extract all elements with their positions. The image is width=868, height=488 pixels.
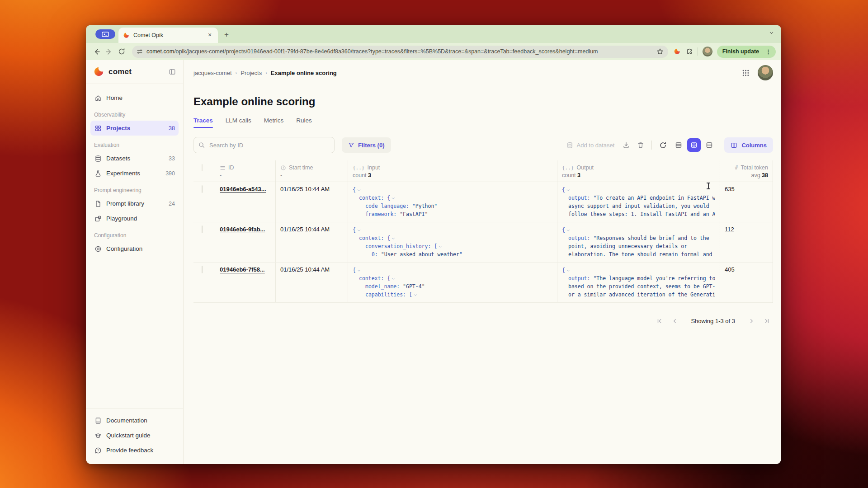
row-height-medium-button[interactable] (687, 138, 701, 152)
tab-metrics[interactable]: Metrics (264, 117, 284, 128)
json-collapse-chevron-icon[interactable] (439, 245, 442, 249)
output-json-cell[interactable]: {output: "Responses should be brief and … (557, 222, 720, 262)
trace-id-link[interactable]: 01946eb6-a543... (220, 186, 266, 192)
json-collapse-chevron-icon[interactable] (566, 269, 570, 272)
json-collapse-chevron-icon[interactable] (357, 229, 361, 232)
breadcrumb-projects[interactable]: Projects (241, 70, 262, 76)
sidebar-item-projects[interactable]: Projects38 (90, 121, 179, 136)
sidebar-item-count: 38 (169, 125, 175, 131)
json-collapse-chevron-icon[interactable] (566, 229, 570, 232)
breadcrumb-workspace[interactable]: jacques-comet (193, 70, 232, 76)
export-download-icon[interactable] (619, 138, 633, 152)
row-checkbox[interactable] (202, 266, 203, 273)
forward-icon[interactable] (104, 47, 114, 56)
sidebar-item-prompt-library[interactable]: Prompt library24 (90, 196, 179, 211)
tab-group-pill[interactable] (95, 29, 115, 39)
bookmark-star-icon[interactable] (656, 48, 664, 55)
browser-toolbar: comet.com/opik/jacques-comet/projects/01… (86, 43, 781, 60)
datasets-icon (94, 155, 102, 162)
next-page-icon[interactable] (745, 314, 758, 327)
tab-traces[interactable]: Traces (193, 117, 213, 128)
url-path: /opik/jacques-comet/projects/01946ead-00… (174, 48, 598, 55)
back-icon[interactable] (91, 47, 101, 56)
last-page-icon[interactable] (760, 314, 773, 327)
dataset-icon (566, 142, 573, 149)
sidebar-item-playground[interactable]: Playground (90, 211, 179, 226)
desktop-wallpaper: Comet Opik × + comet.com/opik/jacques-co… (0, 0, 868, 488)
sidebar-item-configuration[interactable]: Configuration (90, 241, 179, 256)
select-all-checkbox[interactable] (202, 164, 203, 171)
apps-grid-icon[interactable] (742, 69, 750, 77)
trace-id-link[interactable]: 01946eb6-9fab... (220, 226, 265, 233)
sidebar-collapse-icon[interactable] (169, 68, 176, 75)
sidebar-section-label: Configuration (90, 226, 179, 241)
column-header-id[interactable]: ID- (215, 160, 275, 182)
row-height-small-button[interactable] (672, 138, 685, 152)
input-json-cell[interactable]: {context: {conversation_history: [0: "Us… (348, 222, 557, 262)
main-content: jacques-comet › Projects › Example onlin… (184, 60, 781, 464)
json-collapse-chevron-icon[interactable] (566, 188, 570, 192)
json-collapse-chevron-icon[interactable] (392, 277, 395, 281)
toolbar-divider (698, 47, 698, 56)
column-subvalue: count 3 (562, 172, 715, 178)
reload-icon[interactable] (117, 47, 127, 56)
column-subvalue: count 3 (353, 172, 552, 178)
json-collapse-chevron-icon[interactable] (392, 237, 395, 240)
output-json-cell[interactable]: {output: "To create an API endpoint in F… (557, 182, 720, 222)
column-header-start-time[interactable]: Start time- (275, 160, 348, 182)
new-tab-button[interactable]: + (224, 30, 229, 39)
first-page-icon[interactable] (653, 314, 665, 327)
refresh-icon[interactable] (656, 138, 670, 152)
input-json-cell[interactable]: {context: {model_name: "GPT-4"capabiliti… (348, 263, 557, 302)
search-input[interactable] (208, 141, 330, 149)
tab-list-chevron-icon[interactable] (769, 30, 774, 35)
sidebar-item-label: Datasets (106, 155, 164, 162)
column-header-input[interactable]: {..}Inputcount 3 (348, 160, 557, 182)
json-collapse-chevron-icon[interactable] (357, 188, 361, 192)
hash-icon: # (735, 164, 738, 171)
tab-llm-calls[interactable]: LLM calls (226, 117, 251, 128)
breadcrumb: jacques-comet › Projects › Example onlin… (193, 70, 742, 76)
sidebar-item-provide-feedback[interactable]: ?Provide feedback (90, 443, 179, 458)
sidebar-item-datasets[interactable]: Datasets33 (90, 151, 179, 166)
browser-profile-avatar[interactable] (703, 47, 712, 56)
user-avatar[interactable] (758, 65, 773, 80)
columns-button[interactable]: Columns (724, 137, 773, 153)
column-header-total-token[interactable]: #Total tokenavg 38 (720, 160, 773, 182)
row-checkbox[interactable] (202, 225, 203, 233)
sidebar-item-count: 390 (165, 170, 175, 177)
trace-id-link[interactable]: 01946eb6-7f58... (220, 266, 265, 273)
column-label: Start time (289, 164, 313, 171)
tab-close-icon[interactable]: × (206, 32, 213, 39)
sidebar-item-quickstart-guide[interactable]: Quickstart guide (90, 428, 179, 443)
json-collapse-chevron-icon[interactable] (414, 293, 417, 297)
json-collapse-chevron-icon[interactable] (357, 269, 361, 272)
sidebar-item-documentation[interactable]: Documentation (90, 413, 179, 428)
extensions-puzzle-icon[interactable] (685, 48, 693, 56)
row-checkbox[interactable] (202, 185, 203, 193)
comet-extension-icon[interactable] (674, 48, 681, 55)
address-bar[interactable]: comet.com/opik/jacques-comet/projects/01… (132, 46, 668, 58)
sidebar-section-label: Evaluation (90, 136, 179, 151)
add-to-dataset-button[interactable]: Add to dataset (562, 137, 619, 153)
delete-trash-icon[interactable] (633, 138, 648, 152)
row-height-large-button[interactable] (703, 138, 716, 152)
search-input-wrapper[interactable] (193, 137, 335, 153)
browser-menu-kebab-icon[interactable]: ⋮ (763, 48, 774, 55)
prev-page-icon[interactable] (668, 314, 681, 327)
input-json-cell[interactable]: {context: {code_language: "Python"framew… (348, 182, 557, 222)
column-header-output[interactable]: {..}Outputcount 3 (557, 160, 720, 182)
filters-button[interactable]: Filters (0) (342, 137, 391, 153)
json-collapse-chevron-icon[interactable] (392, 197, 395, 200)
tab-rules[interactable]: Rules (296, 117, 312, 128)
finish-update-button[interactable]: Finish update ⋮ (717, 46, 776, 58)
browser-tab[interactable]: Comet Opik × (118, 28, 218, 43)
table-row: 01946eb6-9fab...01/16/25 10:44 AM{contex… (193, 222, 773, 263)
start-time: 01/16/25 10:44 AM (280, 226, 330, 233)
output-json-cell[interactable]: {output: "The language model you're refe… (557, 263, 720, 302)
sidebar-item-home[interactable]: Home (90, 90, 179, 105)
sidebar-item-experiments[interactable]: Experiments390 (90, 166, 179, 181)
site-settings-icon[interactable] (137, 48, 143, 55)
sidebar-item-count: 33 (169, 155, 175, 162)
tab-title: Comet Opik (133, 32, 203, 38)
